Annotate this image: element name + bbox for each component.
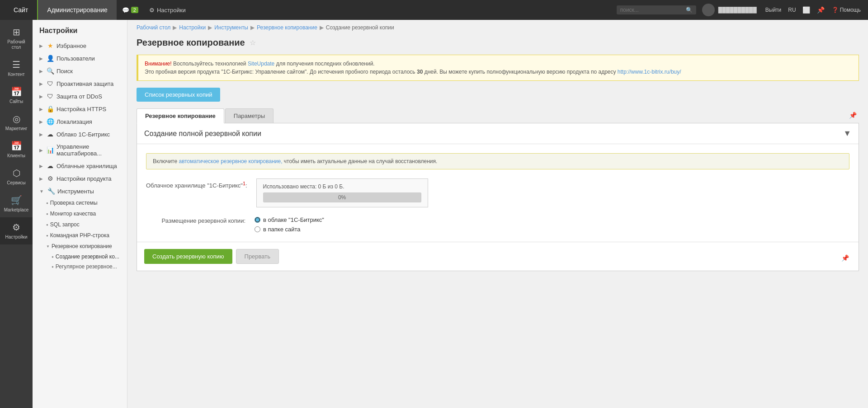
sidebar-item-settings[interactable]: ⚙ Настройки (0, 217, 33, 244)
sidebar-subsub-backup-regular[interactable]: ● Регулярное резервное... (33, 262, 127, 272)
settings-sidebar: Настройки ▶ ★ Избранное ▶ 👤 Пользователи… (33, 20, 127, 408)
messages-button[interactable]: 💬 2 (117, 0, 144, 20)
nav-label-cmdphp: Командная PHP-строка (50, 232, 109, 239)
sidebar-sub-syscheck[interactable]: ● Проверка системы (33, 197, 127, 208)
sidebar-item-ddos[interactable]: ▶ 🛡 Защита от DDoS (33, 90, 127, 103)
messages-badge: 2 (131, 7, 138, 13)
interrupt-button[interactable]: Прервать (236, 249, 279, 264)
alert-box: Внимание! Воспользуйтесь технологией Sit… (137, 55, 859, 81)
arrow-icon: ▼ (39, 189, 44, 194)
siteupdate-link[interactable]: SiteUpdate (248, 61, 274, 67)
sidebar-item-marketing[interactable]: ◎ Маркетинг (0, 109, 33, 136)
breadcrumb-backup[interactable]: Резервное копирование (257, 24, 317, 31)
main-content: Рабочий стол ▶ Настройки ▶ Инструменты ▶… (127, 20, 868, 408)
nav-label-cloudstorage: Облачные хранилища (57, 163, 117, 169)
shield-icon: 🛡 (47, 80, 54, 87)
alert-text3: Это пробная версия продукта "1С-Битрикс:… (145, 69, 417, 75)
sidebar-item-sites[interactable]: 📅 Сайты (0, 82, 33, 109)
sidebar-item-locale[interactable]: ▶ 🌐 Локализация (33, 115, 127, 128)
placement-folder-radio[interactable] (255, 226, 260, 232)
sidebar-item-content[interactable]: ☰ Контент (0, 55, 33, 82)
sidebar-sub-backup[interactable]: ▼ Резервное копирование (33, 241, 127, 252)
arrow-icon: ▶ (39, 81, 43, 86)
sidebar-item-label-content: Контент (8, 72, 24, 77)
sidebar-item-product[interactable]: ▶ ⚙ Настройки продукта (33, 172, 127, 185)
favorite-star-icon[interactable]: ☆ (250, 38, 256, 47)
sidebar-item-tools[interactable]: ▼ 🔧 Инструменты (33, 185, 127, 197)
marketing-icon: ◎ (13, 113, 20, 124)
section-toggle-icon[interactable]: ▼ (843, 129, 851, 138)
sidebar-item-label-clients: Клиенты (7, 153, 25, 159)
search-box: 🔍 (617, 5, 696, 14)
info-text1: Включите (153, 158, 179, 164)
sidebar-subsub-backup-create[interactable]: ● Создание резервной ко... (33, 252, 127, 262)
sidebar-item-services[interactable]: ⬡ Сервисы (0, 163, 33, 190)
breadcrumb-desktop[interactable]: Рабочий стол (137, 24, 170, 31)
section-body: Включите автоматическое резервное копиро… (137, 144, 859, 242)
backup-list-button[interactable]: Список резервных копий (137, 88, 220, 102)
breadcrumb-settings[interactable]: Настройки (179, 24, 206, 31)
tab-backup[interactable]: Резервное копирование (137, 108, 224, 123)
breadcrumb-tools[interactable]: Инструменты (214, 24, 248, 31)
sidebar-item-favorites[interactable]: ▶ ★ Избранное (33, 39, 127, 52)
window-icon[interactable]: ⬜ (800, 6, 812, 14)
placement-cloud-radio[interactable] (255, 217, 260, 223)
pin-bottom-icon[interactable]: 📌 (839, 252, 851, 264)
sidebar-item-clients[interactable]: 📅 Клиенты (0, 136, 33, 163)
content-panel: Создание полной резервной копии ▼ Включи… (137, 123, 859, 271)
content-icon: ☰ (12, 59, 20, 70)
settings-nav-button[interactable]: ⚙ Настройки (144, 0, 191, 20)
nav-label-proactive: Проактивная защита (57, 80, 113, 87)
settings-nav-label: Настройки (157, 7, 186, 14)
main-layout: ⊞ Рабочий стол ☰ Контент 📅 Сайты ◎ Марке… (0, 20, 868, 408)
nav-label-backup-regular: Регулярное резервное... (56, 263, 117, 270)
cloud-storage-row: Облачное хранилище "1С-Битрикс"1: Исполь… (146, 178, 849, 207)
sidebar-item-label-settings: Настройки (5, 234, 27, 240)
sidebar-item-cloud1c[interactable]: ▶ ☁ Облако 1С-Битрикс (33, 128, 127, 141)
auto-backup-link[interactable]: автоматическое резервное копирование, (179, 158, 282, 164)
sidebar-item-users[interactable]: ▶ 👤 Пользователи (33, 52, 127, 65)
sidebar-item-desktop[interactable]: ⊞ Рабочий стол (0, 22, 33, 55)
dot-icon: ● (52, 265, 54, 269)
sidebar-item-marketplace[interactable]: 🛒 Marketplace (0, 190, 33, 217)
cloud-storage-label: Облачное хранилище "1С-Битрикс"1: (146, 178, 247, 189)
info-text2: чтобы иметь актуальные данные на случай … (284, 158, 438, 164)
cloudstorage-icon: ☁ (47, 162, 54, 169)
buy-link[interactable]: http://www.1c-bitrix.ru/buy/ (618, 69, 681, 75)
placement-cloud-option[interactable]: в облаке "1С-Битрикс" (255, 216, 324, 223)
placement-folder-option[interactable]: в папке сайта (255, 226, 324, 233)
sidebar-item-label-marketing: Маркетинг (5, 126, 28, 131)
admin-button[interactable]: Администрирование (37, 0, 117, 20)
ddos-icon: 🛡 (47, 93, 54, 100)
pin-tabs-icon[interactable]: 📌 (847, 109, 859, 121)
tab-params[interactable]: Параметры (225, 108, 274, 123)
cloud-storage-label-text: Облачное хранилище "1С-Битрикс" (146, 182, 243, 189)
site-button[interactable]: Сайт (5, 0, 37, 20)
section-header: Создание полной резервной копии ▼ (137, 123, 859, 144)
lang-button[interactable]: RU (786, 7, 797, 13)
alert-text1: Воспользуйтесь технологией (173, 61, 248, 67)
sidebar-item-search[interactable]: ▶ 🔍 Поиск (33, 65, 127, 77)
message-icon: 💬 (122, 7, 129, 14)
nav-label-quality: Монитор качества (50, 211, 96, 217)
nav-label-ddos: Защита от DDoS (57, 93, 102, 100)
tools-icon: 🔧 (47, 188, 55, 195)
breadcrumb-sep4: ▶ (320, 24, 324, 31)
help-button[interactable]: ❓ Помощь (829, 7, 863, 13)
logout-button[interactable]: Выйти (763, 7, 784, 13)
create-backup-button[interactable]: Создать резервную копию (144, 249, 232, 264)
sidebar-item-proactive[interactable]: ▶ 🛡 Проактивная защита (33, 77, 127, 90)
sidebar-item-scaling[interactable]: ▶ 📊 Управление масштабирова... (33, 141, 127, 159)
nav-label-favorites: Избранное (57, 42, 86, 49)
dot-icon: ● (46, 212, 48, 216)
avatar (702, 4, 715, 16)
sidebar-sub-sql[interactable]: ● SQL запрос (33, 219, 127, 230)
sidebar-sub-quality[interactable]: ● Монитор качества (33, 208, 127, 219)
sidebar-sub-cmdphp[interactable]: ● Командная PHP-строка (33, 230, 127, 241)
sidebar-item-cloudstorage[interactable]: ▶ ☁ Облачные хранилища (33, 159, 127, 172)
page-title: Резервное копирование (137, 38, 245, 48)
pin-icon[interactable]: 📌 (815, 6, 827, 14)
sidebar-item-https[interactable]: ▶ 🔒 Настройка HTTPS (33, 103, 127, 115)
help-circle-icon: ❓ (832, 7, 839, 13)
search-input[interactable] (620, 7, 684, 13)
